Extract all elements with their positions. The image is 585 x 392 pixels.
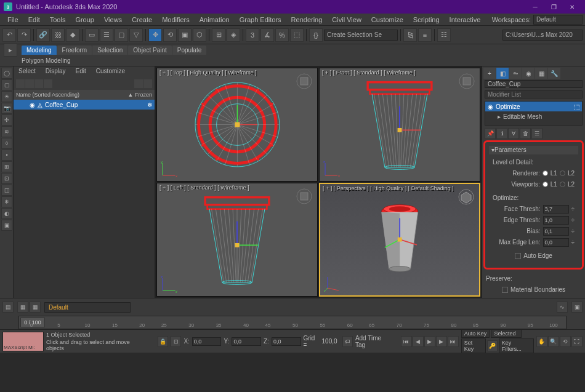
layer-button[interactable]: ☷ — [437, 28, 451, 42]
move-button[interactable]: ✥ — [148, 28, 162, 42]
vp-persp-label[interactable]: [ + ] [ Perspective ] [ High Quality ] [… — [323, 185, 454, 191]
freeze-icon[interactable]: ❄ — [147, 102, 152, 108]
layer2-icon[interactable]: ▦ — [30, 302, 41, 313]
y-coord-field[interactable]: 0,0 — [232, 337, 261, 346]
layer1-icon[interactable]: ▦ — [17, 302, 28, 313]
time-tag-icon[interactable]: 🏷 — [342, 336, 353, 347]
menu-modifiers[interactable]: Modifiers — [157, 15, 195, 25]
auto-edge-checkbox[interactable] — [515, 253, 521, 259]
config-icon[interactable]: ☰ — [531, 128, 543, 139]
vp-nav-pan-icon[interactable]: ✋ — [536, 336, 547, 347]
viewcube-icon[interactable] — [295, 187, 313, 206]
mirror-button[interactable]: ⧎ — [403, 28, 417, 42]
vp-nav-zoom-icon[interactable]: 🔍 — [548, 336, 559, 347]
remove-mod-icon[interactable]: 🗑 — [520, 128, 531, 139]
se-menu-icon[interactable] — [143, 79, 152, 88]
close-button[interactable]: ✕ — [563, 1, 581, 13]
viewports-l2-radio[interactable] — [560, 182, 565, 187]
bias-spinner[interactable]: 0,1 — [543, 227, 569, 236]
redo-button[interactable]: ↷ — [17, 28, 31, 42]
ribbon-object-paint[interactable]: Object Paint — [128, 46, 171, 55]
face-thresh-spinner[interactable]: 3,7 — [543, 205, 569, 214]
maxscript-listener[interactable]: MAXScript Mi: — [2, 332, 44, 351]
ribbon-freeform[interactable]: Freeform — [57, 46, 92, 55]
viewport-perspective[interactable]: [ + ] [ Perspective ] [ High Quality ] [… — [319, 183, 480, 297]
setkey-button[interactable]: Set Key — [461, 338, 486, 353]
filter-button[interactable]: ▽ — [129, 28, 143, 42]
se-tab-edit[interactable]: Edit — [71, 66, 91, 78]
align-button[interactable]: ≡ — [418, 28, 432, 42]
eye-icon[interactable]: ◉ — [30, 102, 35, 108]
undo-button[interactable]: ↶ — [2, 28, 16, 42]
vp-nav-orbit-icon[interactable]: ⟲ — [560, 336, 571, 347]
layer-default[interactable]: Default — [44, 302, 131, 313]
make-unique-icon[interactable]: ∀ — [508, 128, 519, 139]
polygon-modeling-label[interactable]: Polygon Modeling — [22, 57, 71, 64]
se-expand-icon[interactable] — [134, 79, 143, 88]
select-button[interactable]: ▭ — [85, 28, 99, 42]
unlink-button[interactable]: ⛓ — [51, 28, 65, 42]
se-filter-icon[interactable] — [25, 79, 34, 88]
scale-button[interactable]: ▣ — [178, 28, 192, 42]
renderer-l1-radio[interactable] — [543, 170, 548, 176]
keymode-dropdown[interactable]: Selected — [491, 329, 522, 338]
menu-create[interactable]: Create — [127, 15, 157, 25]
ltool-sphere-icon[interactable]: ◯ — [1, 68, 12, 79]
menu-edit[interactable]: Edit — [23, 15, 45, 25]
se-search-icon[interactable] — [16, 79, 25, 88]
ltool-space-warp-icon[interactable]: ≋ — [1, 126, 12, 137]
ltool-pt-icon[interactable]: • — [1, 150, 12, 161]
z-coord-field[interactable]: 0,0 — [272, 337, 301, 346]
ltool-bone-icon[interactable]: ◊ — [1, 138, 12, 149]
menu-customize[interactable]: Customize — [366, 15, 408, 25]
ltool-camera-icon[interactable]: 📷 — [1, 103, 12, 114]
se-item-coffee-cup[interactable]: ◉ ◬ Coffee_Cup ❄ — [14, 100, 155, 110]
viewcube-icon[interactable] — [457, 188, 475, 206]
track-curve-icon[interactable]: ∿ — [557, 302, 568, 313]
ribbon-populate[interactable]: Populate — [172, 46, 206, 55]
select-region-button[interactable]: ▢ — [115, 28, 128, 42]
next-frame-icon[interactable]: ▶ — [436, 336, 447, 347]
ltool-hidden-icon[interactable]: ◐ — [1, 208, 12, 219]
ltool-box-icon[interactable]: ▢ — [1, 79, 12, 90]
menu-graph-editors[interactable]: Graph Editors — [235, 15, 286, 25]
stack-optimize[interactable]: ◉ Optimize ⬚ — [485, 102, 582, 111]
timeline[interactable]: 0 / 100 0 5 10 15 20 25 30 35 40 45 50 5… — [18, 316, 567, 329]
cp-tab-create[interactable]: + — [483, 68, 496, 79]
play-icon[interactable]: ▶ — [424, 336, 435, 347]
se-tab-select[interactable]: Select — [14, 66, 41, 78]
menu-views[interactable]: Views — [99, 15, 127, 25]
key-icon[interactable]: 🔑 — [487, 340, 498, 351]
link-button[interactable]: 🔗 — [36, 28, 50, 42]
rotate-button[interactable]: ⟲ — [163, 28, 177, 42]
cp-tab-modify[interactable]: ◧ — [496, 68, 509, 79]
menu-scripting[interactable]: Scripting — [408, 15, 445, 25]
selection-set-dropdown[interactable]: Create Selection Se — [324, 30, 398, 41]
isolate-icon[interactable]: ⊡ — [171, 336, 181, 347]
menu-group[interactable]: Group — [70, 15, 99, 25]
keyfilters-button[interactable]: Key Filters... — [499, 338, 534, 353]
pin-stack-icon[interactable]: 📌 — [485, 128, 496, 139]
menu-file[interactable]: File — [2, 15, 23, 25]
vp-left-label[interactable]: [ + ] [ Left ] [ Standard ] [ Wireframe … — [159, 185, 249, 191]
show-end-icon[interactable]: ℹ — [496, 128, 507, 139]
track-key-icon[interactable]: ▣ — [571, 302, 583, 313]
ltool-light-icon[interactable]: ☀ — [1, 91, 12, 102]
ribbon-selection[interactable]: Selection — [92, 46, 127, 55]
object-name-field[interactable]: Coffee_Cup — [485, 80, 583, 88]
se-tab-customize[interactable]: Customize — [91, 66, 130, 78]
cp-tab-hierarchy[interactable]: ⥲ — [509, 68, 522, 79]
select-name-button[interactable]: ☰ — [100, 28, 113, 42]
autokey-button[interactable]: Auto Key — [461, 329, 490, 338]
ltool-ext-icon[interactable]: ▣ — [1, 220, 12, 231]
vp-front-label[interactable]: [ + ] [ Front ] [ Standard ] [ Wireframe… — [322, 70, 416, 76]
mat-bound-checkbox[interactable] — [502, 287, 508, 293]
goto-end-icon[interactable]: ⏭ — [448, 336, 459, 347]
cp-tab-display[interactable]: ▦ — [535, 68, 547, 79]
bind-button[interactable]: ◆ — [66, 28, 79, 42]
placement-button[interactable]: ⬡ — [193, 28, 206, 42]
vp-top-label[interactable]: [ + ] [ Top ] [ High Quality ] [ Wirefra… — [159, 70, 257, 76]
ltool-helper-icon[interactable]: ✢ — [1, 114, 12, 126]
viewport-left[interactable]: [ + ] [ Left ] [ Standard ] [ Wireframe … — [156, 183, 318, 297]
stack-editable-mesh[interactable]: ▸ Editable Mesh — [485, 111, 582, 121]
